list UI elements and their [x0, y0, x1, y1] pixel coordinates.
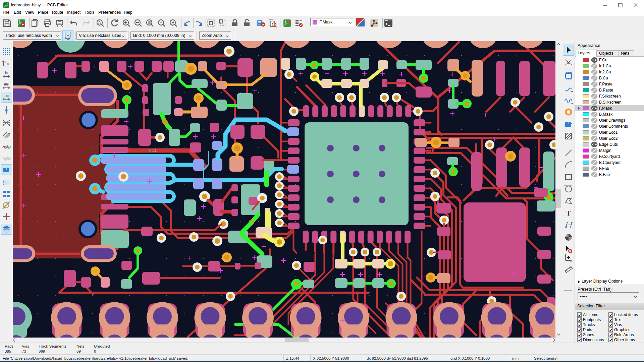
svg-text:θ: θ — [7, 63, 9, 66]
svg-text:mm: mm — [4, 94, 9, 98]
svg-text:mil: mil — [4, 82, 9, 86]
svg-text:A: A — [98, 20, 101, 24]
svg-text:in: in — [5, 71, 8, 75]
svg-text:T: T — [567, 209, 571, 217]
svg-text:CC1: CC1 — [149, 148, 157, 153]
svg-text:r: r — [5, 60, 6, 63]
